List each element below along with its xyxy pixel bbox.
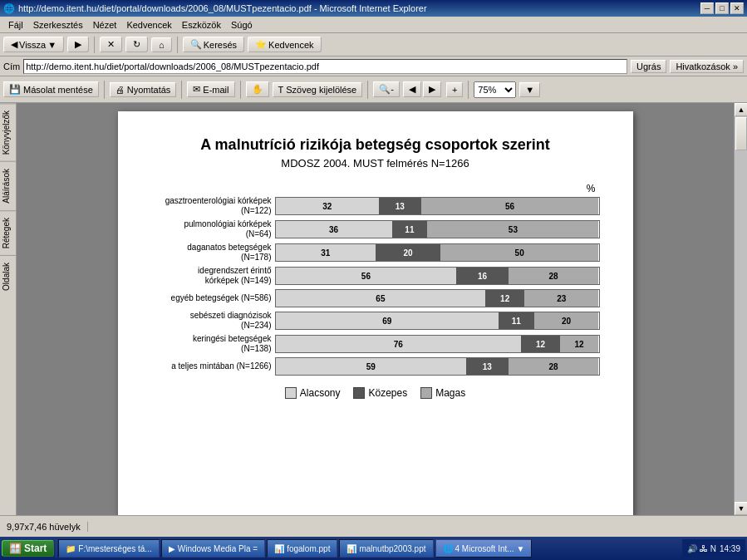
table-row: idegrendszert érintőkórképek (N=149) 56 … xyxy=(151,266,600,286)
start-button[interactable]: 🪟 Start xyxy=(2,540,54,557)
favorites-button[interactable]: ⭐ Kedvencek xyxy=(248,37,321,52)
zoom-dropdown-button[interactable]: ▼ xyxy=(519,82,540,97)
scroll-up-button[interactable]: ▲ xyxy=(735,103,747,116)
address-bar: Cím Ugrás Hivatkozások » xyxy=(0,56,747,76)
media-icon: ▶ xyxy=(169,544,175,553)
legend-high-box xyxy=(420,387,432,399)
maximize-button[interactable]: □ xyxy=(715,2,729,14)
back-arrow: ◀ xyxy=(11,39,17,50)
chart-legend: Alacsony Közepes Magas xyxy=(151,387,600,399)
bar-seg-high-1: 56 xyxy=(421,198,599,214)
right-scrollbar[interactable]: ▲ ▼ xyxy=(734,103,747,515)
bar-3: 31 20 50 xyxy=(275,243,600,262)
favorites-label: Kedvencek xyxy=(268,40,313,50)
row-label-3: daganatos betegségek(N=178) xyxy=(151,243,272,263)
bar-seg-high-5: 23 xyxy=(524,290,598,307)
taskbar-item-mediaplayer[interactable]: ▶ Windows Media Pla = xyxy=(161,539,265,558)
chart-title: A malnutríció rizikója betegség csoporto… xyxy=(151,136,600,154)
bar-7: 76 12 12 xyxy=(275,335,600,353)
bar-seg-high-8: 28 xyxy=(509,358,599,375)
sidebar-tab-signatures[interactable]: Aláírások xyxy=(0,161,16,210)
tray-icons: 🔊 🖧 N xyxy=(687,544,716,553)
table-row: daganatos betegségek(N=178) 31 20 50 xyxy=(151,243,600,263)
back-dropdown[interactable]: ▼ xyxy=(47,40,57,50)
bar-seg-high-7: 12 xyxy=(560,336,599,352)
bar-seg-med-3: 20 xyxy=(376,244,440,261)
taskbar-item-ppt2[interactable]: 📊 malnutbp2003.ppt xyxy=(339,539,433,558)
title-bar: 🌐 http://demo.itent.hu/diet/portal/downl… xyxy=(0,0,747,17)
taskbar-item-folder[interactable]: 📁 F:\mesterséges tá... xyxy=(58,539,159,558)
address-input[interactable] xyxy=(23,59,627,74)
legend-low: Alacsony xyxy=(285,387,341,399)
search-label: Keresés xyxy=(204,40,237,50)
scroll-thumb[interactable] xyxy=(735,117,747,150)
zoom-out-button[interactable]: 🔍- xyxy=(373,81,400,97)
zoom-prev-button[interactable]: ◀ xyxy=(403,81,421,97)
legend-low-box xyxy=(285,387,297,399)
row-label-5: egyéb betegségek (N=586) xyxy=(151,293,272,303)
ppt2-icon: 📊 xyxy=(346,544,356,553)
bar-seg-low-5: 65 xyxy=(276,290,486,307)
taskbar-item-ie[interactable]: 🌐 4 Microsoft Int... ▼ xyxy=(435,539,533,558)
sidebar: Könyvjelzők Aláírások Rétegek Oldalak xyxy=(0,103,17,515)
back-button[interactable]: ◀ Vissza ▼ xyxy=(3,37,64,52)
ie-icon: 🌐 xyxy=(3,3,15,14)
back-label: Vissza xyxy=(19,40,46,50)
minimize-button[interactable]: ─ xyxy=(700,2,714,14)
zoom-select[interactable]: 75%50%100%125% xyxy=(474,81,516,98)
bar-seg-low-3: 31 xyxy=(276,244,376,261)
home-button[interactable]: ⌂ xyxy=(151,37,172,52)
print-button[interactable]: 🖨 Nyomtatás xyxy=(110,82,177,97)
row-label-6: sebészeti diagnózisok(N=234) xyxy=(151,311,272,331)
zoom-in-button[interactable]: + xyxy=(446,82,463,97)
search-button[interactable]: 🔍 Keresés xyxy=(183,37,244,52)
row-label-8: a teljes mintában (N=1266) xyxy=(151,361,272,371)
menu-view[interactable]: Nézet xyxy=(88,18,122,32)
hand-tool-button[interactable]: ✋ xyxy=(246,81,269,97)
pdf-content-area: A malnutríció rizikója betegség csoporto… xyxy=(17,103,734,515)
menu-tools[interactable]: Eszközök xyxy=(177,18,226,32)
menu-favorites[interactable]: Kedvencek xyxy=(121,18,176,32)
bar-8: 59 13 28 xyxy=(275,357,600,376)
scroll-track[interactable] xyxy=(735,116,747,502)
go-button[interactable]: Ugrás xyxy=(631,60,666,73)
legend-high: Magas xyxy=(420,387,465,399)
table-row: keringési betegségek(N=138) 76 12 12 xyxy=(151,334,600,354)
menu-file[interactable]: Fájl xyxy=(3,18,28,32)
forward-button[interactable]: ▶ xyxy=(67,37,89,52)
print-label: Nyomtatás xyxy=(127,85,171,95)
save-copy-button[interactable]: 💾 Másolat mentése xyxy=(3,81,99,97)
stop-button[interactable]: ✕ xyxy=(100,37,122,52)
sidebar-tab-layers[interactable]: Rétegek xyxy=(0,210,16,255)
taskbar-folder-label: F:\mesterséges tá... xyxy=(78,544,151,553)
close-button[interactable]: ✕ xyxy=(730,2,744,14)
sidebar-tab-pages[interactable]: Oldalak xyxy=(0,255,16,297)
pdf-toolbar: 💾 Másolat mentése 🖨 Nyomtatás ✉ E-mail ✋… xyxy=(0,76,747,103)
bar-6: 69 11 20 xyxy=(275,312,600,330)
menu-help[interactable]: Súgó xyxy=(226,18,258,32)
bar-seg-med-8: 13 xyxy=(466,358,509,375)
save-copy-label: Másolat mentése xyxy=(23,85,93,95)
sidebar-tab-bookmarks[interactable]: Könyvjelzők xyxy=(0,103,16,161)
bar-seg-low-4: 56 xyxy=(276,268,457,284)
bar-seg-med-4: 16 xyxy=(456,268,508,284)
row-label-1: gasztroenterológiai kórképek(N=122) xyxy=(151,196,272,216)
email-button[interactable]: ✉ E-mail xyxy=(187,81,234,97)
bar-seg-med-5: 12 xyxy=(485,290,524,307)
scroll-down-button[interactable]: ▼ xyxy=(735,502,747,515)
taskbar-ppt2-label: malnutbp2003.ppt xyxy=(359,544,425,553)
refresh-button[interactable]: ↻ xyxy=(125,37,148,52)
bar-1: 32 13 56 xyxy=(275,197,600,215)
bar-seg-med-1: 13 xyxy=(379,198,421,214)
zoom-next-button[interactable]: ▶ xyxy=(423,81,441,97)
bar-seg-low-6: 69 xyxy=(276,312,499,329)
bar-seg-med-7: 12 xyxy=(521,336,560,352)
menu-edit[interactable]: Szerkesztés xyxy=(28,18,88,32)
status-bar: 9,97x7,46 hüvelyk xyxy=(0,515,747,537)
taskbar-item-ppt1[interactable]: 📊 fogalom.ppt xyxy=(267,539,337,558)
text-select-button[interactable]: T Szöveg kijelölése xyxy=(273,82,363,97)
links-button[interactable]: Hivatkozások » xyxy=(670,60,744,73)
pdf-sep-3 xyxy=(240,81,241,99)
table-row: sebészeti diagnózisok(N=234) 69 11 20 xyxy=(151,311,600,331)
start-icon: 🪟 xyxy=(9,543,22,554)
